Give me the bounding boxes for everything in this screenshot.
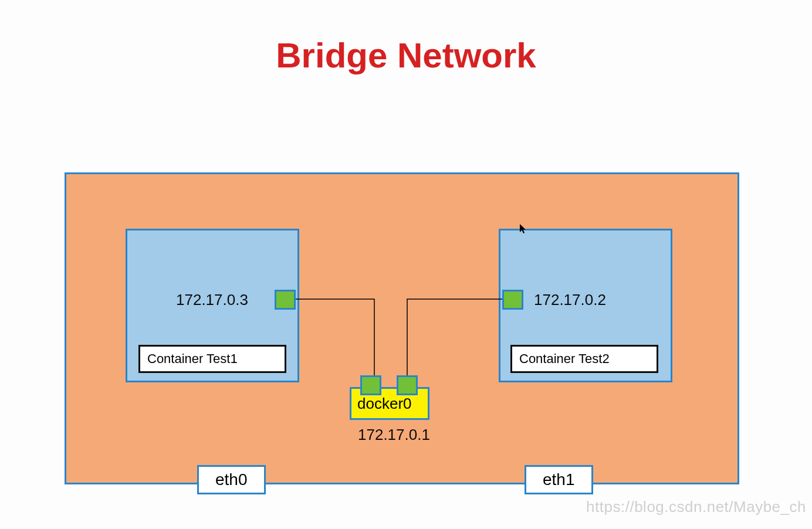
eth1-interface: eth1 <box>525 465 593 494</box>
veth-port-docker0-left <box>360 375 381 395</box>
cursor-icon <box>520 224 527 236</box>
veth-port-docker0-right <box>397 375 418 395</box>
veth-port-container-2 <box>502 290 523 310</box>
container-2-label: Container Test2 <box>510 345 658 373</box>
container-1-ip: 172.17.0.3 <box>176 291 248 309</box>
docker0-ip: 172.17.0.1 <box>358 426 430 444</box>
watermark-text: https://blog.csdn.net/Maybe_ch <box>586 498 806 516</box>
container-2-ip: 172.17.0.2 <box>534 291 606 309</box>
eth0-interface: eth0 <box>197 465 266 494</box>
veth-port-container-1 <box>275 290 296 310</box>
diagram-title: Bridge Network <box>0 35 812 76</box>
container-1-label: Container Test1 <box>138 345 286 373</box>
